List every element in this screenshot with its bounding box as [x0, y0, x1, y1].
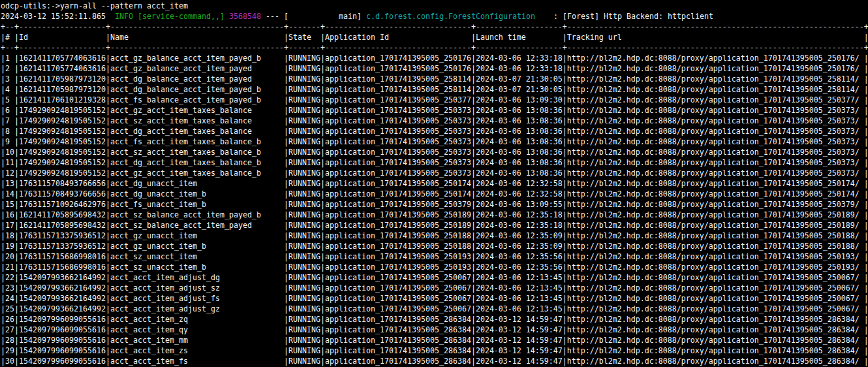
- log-segment: c.d.forest.config.ForestConfiguration: [366, 12, 535, 21]
- table-row: |18|1763115713375936512|acct_gz_unacct_i…: [1, 231, 868, 241]
- table-row: |9 |1749290924819505152|acct_fs_acct_ite…: [1, 136, 868, 147]
- table-header: |# |Id |Name |State |Application Id |Lau…: [1, 32, 868, 42]
- log-segment: --- [ main]: [261, 12, 366, 21]
- table-row: |13|1763115708493766656|acct_dg_unacct_i…: [1, 178, 868, 189]
- log-segment: 2024-03-12 15:52:11.865: [1, 12, 110, 21]
- table-row: |26|1542097996099055616|acct_acct_item_z…: [1, 314, 868, 325]
- table-row: |15|1763115710926462976|acct_fs_unacct_i…: [1, 199, 868, 210]
- table-row: |4 |1621411705987973120|acct_dg_balance_…: [1, 84, 868, 95]
- table-row: |19|1763115713375936512|acct_gz_unacct_i…: [1, 241, 868, 251]
- table-row: |8 |1749290924819505152|acct_dg_acct_ite…: [1, 126, 868, 136]
- log-line: 2024-03-12 15:52:11.865 INFO [service-co…: [1, 11, 868, 22]
- table-row: |6 |1749290924819505152|acct_gz_acct_ite…: [1, 105, 868, 116]
- table-border: +--+-------------------+----------------…: [1, 22, 868, 32]
- table-row: |1 |1621411705774063616|acct_gz_balance_…: [1, 53, 868, 63]
- table-row: |28|1542097996099055616|acct_acct_item_m…: [1, 335, 868, 345]
- table-row: |23|1542097993662164992|acct_acct_item_a…: [1, 283, 868, 293]
- table-row: |11|1749290924819505152|acct_dg_acct_ite…: [1, 157, 868, 168]
- log-segment: [133, 12, 138, 21]
- log-segment: INFO: [110, 12, 133, 21]
- log-segment: [service-command,,]: [138, 12, 225, 21]
- table-row: |20|1763115715686998016|acct_sz_unacct_i…: [1, 251, 868, 262]
- table-row: |21|1763115715686998016|acct_sz_unacct_i…: [1, 262, 868, 272]
- table-row: |27|1542097996099055616|acct_acct_item_q…: [1, 325, 868, 335]
- table-row: |16|1621411705895698432|acct_sz_balance_…: [1, 210, 868, 220]
- table-row: |17|1621411705895698432|acct_sz_balance_…: [1, 220, 868, 231]
- terminal-screen[interactable]: odcp-utils:->yarn-all --pattern acct_ite…: [0, 0, 868, 367]
- log-segment: 3568548: [229, 12, 261, 21]
- table-row: |25|1542097993662164992|acct_acct_item_a…: [1, 304, 868, 314]
- table-row: |10|1749290924819505152|acct_sz_acct_ite…: [1, 147, 868, 157]
- table-row: |7 |1749290924819505152|acct_sz_acct_ite…: [1, 116, 868, 126]
- table-border: +--+-------------------+----------------…: [1, 42, 868, 53]
- log-segment: : [Forest] Http Backend: httpclient: [535, 12, 713, 21]
- table-row: |22|1542097993662164992|acct_acct_item_a…: [1, 272, 868, 283]
- yarn-applications-table: +--+-------------------+----------------…: [1, 22, 868, 366]
- log-segment: [225, 12, 229, 21]
- table-row: |24|1542097993662164992|acct_acct_item_a…: [1, 293, 868, 304]
- table-row: |2 |1621411705774063616|acct_gz_balance_…: [1, 63, 868, 74]
- table-row: |5 |1621411706101219328|acct_fs_balance_…: [1, 95, 868, 105]
- command-text: odcp-utils:->yarn-all --pattern acct_ite…: [1, 1, 188, 10]
- table-row: |30|1542097996099055616|acct_acct_item_f…: [1, 356, 868, 366]
- table-row: |29|1542097996099055616|acct_acct_item_z…: [1, 345, 868, 356]
- table-row: |14|1763115708493766656|acct_dg_unacct_i…: [1, 189, 868, 199]
- command-line: odcp-utils:->yarn-all --pattern acct_ite…: [1, 1, 868, 11]
- table-row: |12|1749290924819505152|acct_gz_acct_ite…: [1, 168, 868, 178]
- table-row: |3 |1621411705987973120|acct_dg_balance_…: [1, 74, 868, 84]
